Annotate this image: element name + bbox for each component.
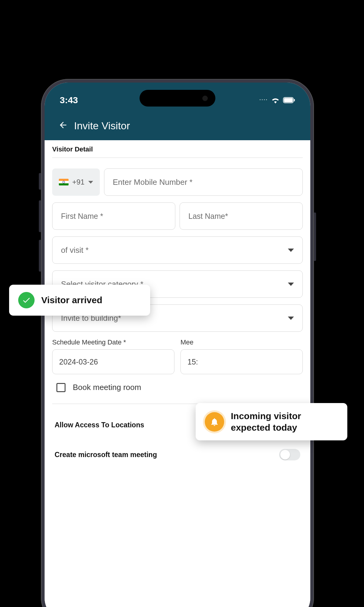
check-circle-icon [18,292,35,308]
signal-dots-icon: ···· [259,97,268,103]
teams-toggle[interactable] [279,449,300,460]
caret-down-icon [288,317,294,320]
schedule-date-value: 2024-03-26 [59,358,98,366]
first-name-placeholder: First Name * [61,212,103,221]
name-row: First Name * Last Name* [52,202,303,230]
last-name-placeholder: Last Name* [188,212,228,221]
toast-incoming-visitor: Incoming visitor expected today [196,403,347,440]
mobile-number-input[interactable]: Enter Mobile Number * [104,168,303,196]
purpose-row: of visit * [52,236,303,264]
bell-icon [205,412,224,432]
schedule-time-value: 15: [187,358,198,366]
book-room-label: Book meeting room [73,383,141,392]
schedule-time-label: Mee [180,338,303,346]
svg-rect-1 [284,98,293,102]
caret-down-icon [288,283,294,286]
schedule-time-input[interactable]: 15: [180,349,303,374]
teams-toggle-row: Create microsoft team meeting [52,440,303,470]
phone-notch [140,90,215,107]
phone-power-button [314,212,316,261]
country-code-picker[interactable]: +91 [52,168,100,196]
teams-label: Create microsoft team meeting [55,451,157,459]
flag-india-icon [59,179,69,185]
toast-visitor-arrived: Visitor arrived [9,285,150,316]
toast-incoming-text: Incoming visitor expected today [231,410,338,433]
toast-arrived-text: Visitor arrived [41,294,102,306]
section-title: Visitor Detail [52,145,303,158]
phone-frame: 3:43 ···· Invite Visitor Visitor Detail [41,79,314,607]
app-bar: Invite Visitor [45,111,310,140]
first-name-input[interactable]: First Name * [52,202,175,230]
schedule-time-col: Mee 15: [180,338,303,374]
mobile-placeholder: Enter Mobile Number * [113,178,193,187]
status-right: ···· [259,97,295,103]
purpose-placeholder: of visit * [61,246,89,255]
page-title: Invite Visitor [74,120,130,132]
locations-label: Allow Access To Locations [55,421,144,429]
checkbox-icon[interactable] [56,383,66,392]
back-arrow-icon[interactable] [58,120,68,132]
content-area: Visitor Detail +91 Enter Mobile Number *… [45,140,310,607]
schedule-date-input[interactable]: 2024-03-26 [52,349,174,374]
purpose-select[interactable]: of visit * [52,236,303,264]
mobile-row: +91 Enter Mobile Number * [52,168,303,196]
book-room-row[interactable]: Book meeting room [52,374,303,401]
wifi-icon [271,97,280,103]
schedule-date-label: Schedule Meeting Date * [52,338,174,346]
last-name-input[interactable]: Last Name* [180,202,303,230]
schedule-date-col: Schedule Meeting Date * 2024-03-26 [52,338,174,374]
chevron-down-icon [88,181,93,184]
caret-down-icon [288,249,294,252]
country-code-value: +91 [72,178,85,186]
battery-icon [283,97,295,103]
phone-screen: 3:43 ···· Invite Visitor Visitor Detail [45,83,310,607]
svg-rect-2 [294,99,295,101]
status-time: 3:43 [60,95,78,105]
schedule-row: Schedule Meeting Date * 2024-03-26 Mee 1… [52,338,303,374]
